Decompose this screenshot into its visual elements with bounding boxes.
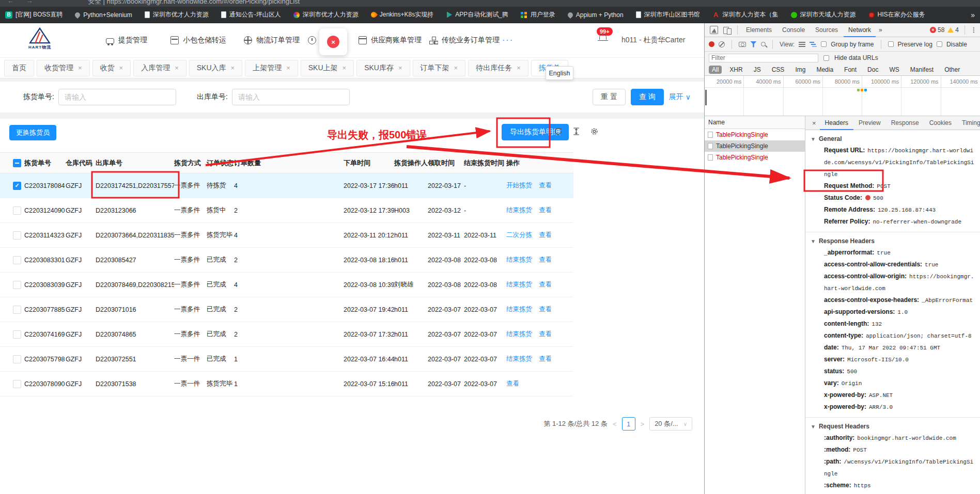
nav-more-button[interactable]: ··· — [502, 36, 514, 45]
device-toolbar-icon[interactable] — [723, 26, 732, 34]
type-filter-pill[interactable]: Manifest — [907, 66, 937, 74]
floating-widget[interactable]: × — [319, 28, 347, 55]
page-size-select[interactable]: 20 条/... ∨ — [649, 417, 692, 431]
filter-funnel-icon[interactable] — [750, 41, 757, 47]
row-view-link[interactable]: 查看 — [539, 256, 552, 264]
query-button[interactable]: 查 询 — [631, 89, 664, 105]
row-checkbox[interactable] — [13, 306, 21, 314]
devtools-more-tabs-chevron[interactable]: » — [877, 26, 884, 34]
preserve-log-checkbox[interactable] — [888, 41, 894, 47]
language-option[interactable]: English — [546, 66, 573, 80]
view-waterfall-icon[interactable] — [810, 42, 817, 47]
row-checkbox[interactable] — [13, 206, 21, 215]
request-row[interactable]: TablePickingSingle — [705, 140, 805, 152]
row-action-link[interactable]: 结束拣货 — [506, 330, 532, 339]
page-tab[interactable]: 收货 × — [92, 60, 131, 76]
nav-item[interactable]: 传统业务订单管理 — [429, 36, 500, 45]
bookmark-item[interactable]: 深圳市坪山区图书馆 — [636, 10, 700, 19]
details-tab[interactable]: Response — [886, 116, 924, 130]
tab-close-icon[interactable]: × — [398, 64, 402, 72]
network-filter-input[interactable] — [709, 54, 818, 62]
hide-data-urls-checkbox[interactable] — [823, 55, 829, 61]
page-tab[interactable]: SKU库存 × — [356, 60, 410, 76]
tab-close-icon[interactable]: × — [517, 64, 521, 72]
expand-toggle[interactable]: 展开 ∨ — [669, 92, 691, 102]
page-tab[interactable]: 入库管理 × — [133, 60, 186, 76]
page-tab[interactable]: 收货管理 × — [37, 60, 90, 76]
page-tab[interactable]: SKU入库 × — [189, 60, 242, 76]
bookmark-item[interactable]: Appium + Python — [568, 11, 624, 19]
next-page-button[interactable]: > — [640, 420, 646, 428]
devtools-tab[interactable]: Sources — [811, 23, 843, 37]
row-view-link[interactable]: 查看 — [539, 330, 552, 339]
devtools-tab[interactable]: Network — [844, 23, 876, 37]
row-view-link[interactable]: 查看 — [539, 305, 552, 314]
disable-cache-checkbox[interactable] — [937, 41, 942, 47]
tab-close-icon[interactable]: × — [78, 64, 82, 72]
timeline-overview[interactable] — [705, 88, 980, 116]
details-tab[interactable]: Headers — [820, 116, 853, 130]
row-view-link[interactable]: 查看 — [539, 355, 552, 363]
select-all-checkbox[interactable] — [13, 159, 21, 167]
settings-gear-icon[interactable] — [590, 127, 599, 136]
page-number-button[interactable]: 1 — [622, 417, 635, 431]
type-filter-pill[interactable]: CSS — [769, 66, 788, 74]
row-view-link[interactable]: 查看 — [539, 206, 552, 215]
row-action-link[interactable]: 结束拣货 — [506, 206, 532, 215]
bookmark-item[interactable]: HIS在家办公服务 — [868, 10, 925, 19]
details-tab[interactable]: Preview — [853, 116, 886, 130]
console-error-badge[interactable]: ×58 — [930, 26, 944, 34]
details-tab[interactable]: Timing — [957, 116, 980, 130]
bookmark-item[interactable]: Jenkins+K8s实现持 — [371, 10, 433, 19]
row-checkbox[interactable] — [13, 231, 21, 240]
view-list-icon[interactable] — [799, 42, 805, 47]
name-column-header[interactable]: Name — [705, 116, 805, 129]
row-checkbox[interactable] — [13, 256, 21, 264]
row-view-link[interactable]: 查看 — [539, 181, 552, 190]
request-headers-header[interactable]: ▼ Request Headers — [811, 421, 976, 432]
stop-close-icon[interactable]: × — [327, 36, 339, 48]
tab-close-icon[interactable]: × — [454, 64, 458, 72]
type-filter-pill[interactable]: Media — [813, 66, 836, 74]
bookmark-item[interactable]: 深圳市优才人力资源 — [145, 10, 209, 19]
user-menu[interactable]: h011 - 杜贵华Carter — [621, 36, 685, 45]
row-action-link[interactable]: 查看 — [506, 379, 519, 388]
tab-close-icon[interactable]: × — [343, 64, 347, 72]
request-row[interactable]: TablePickingSingle — [705, 129, 805, 140]
row-action-link[interactable]: 结束拣货 — [506, 355, 532, 363]
type-filter-pill[interactable]: JS — [751, 66, 764, 74]
console-warning-badge[interactable]: 4 — [947, 26, 959, 34]
row-view-link[interactable]: 查看 — [539, 231, 552, 240]
devtools-tab[interactable]: Elements — [741, 23, 776, 37]
nav-item[interactable]: 供应商账单管理 — [359, 36, 422, 45]
outbound-no-input[interactable] — [232, 89, 350, 105]
row-action-link[interactable]: 开始拣货 — [506, 181, 532, 190]
row-checkbox[interactable] — [13, 281, 21, 289]
row-checkbox[interactable] — [13, 330, 21, 339]
type-filter-pill[interactable]: Img — [792, 66, 808, 74]
general-section-header[interactable]: ▼ General — [811, 133, 976, 145]
nav-item[interactable] — [308, 36, 320, 44]
type-filter-pill[interactable]: Doc — [864, 66, 881, 74]
bookmark-item[interactable]: 通知公告-坪山区人 — [221, 10, 281, 19]
close-icon[interactable]: × — [808, 119, 820, 127]
page-tab[interactable]: SKU上架 × — [301, 60, 354, 76]
record-network-log-button[interactable] — [709, 41, 714, 47]
response-headers-header[interactable]: ▼ Response Headers — [811, 235, 976, 247]
nav-item[interactable]: 物流订单管理 — [244, 36, 300, 45]
page-tab[interactable]: 待出库任务 × — [468, 60, 528, 76]
devtools-menu-icon[interactable]: ⋮ — [971, 26, 977, 34]
bookmark-item[interactable]: 深圳市优才人力资源 — [293, 10, 359, 19]
type-filter-pill[interactable]: All — [709, 66, 722, 74]
refresh-icon[interactable] — [554, 127, 563, 136]
devtools-tab[interactable]: Console — [777, 23, 810, 37]
browser-nav-buttons[interactable]: ← → — [7, 0, 38, 5]
nav-item[interactable]: 提货管理 — [106, 36, 147, 45]
bookmark-item[interactable]: 用户登录 — [521, 10, 555, 19]
screenshot-capture-icon[interactable] — [739, 42, 746, 47]
row-action-link[interactable]: 结束拣货 — [506, 256, 532, 264]
prev-page-button[interactable]: < — [612, 420, 618, 428]
row-action-link[interactable]: 结束拣货 — [506, 305, 532, 314]
tab-close-icon[interactable]: × — [175, 64, 179, 72]
row-action-link[interactable]: 结束拣货 — [506, 280, 532, 289]
